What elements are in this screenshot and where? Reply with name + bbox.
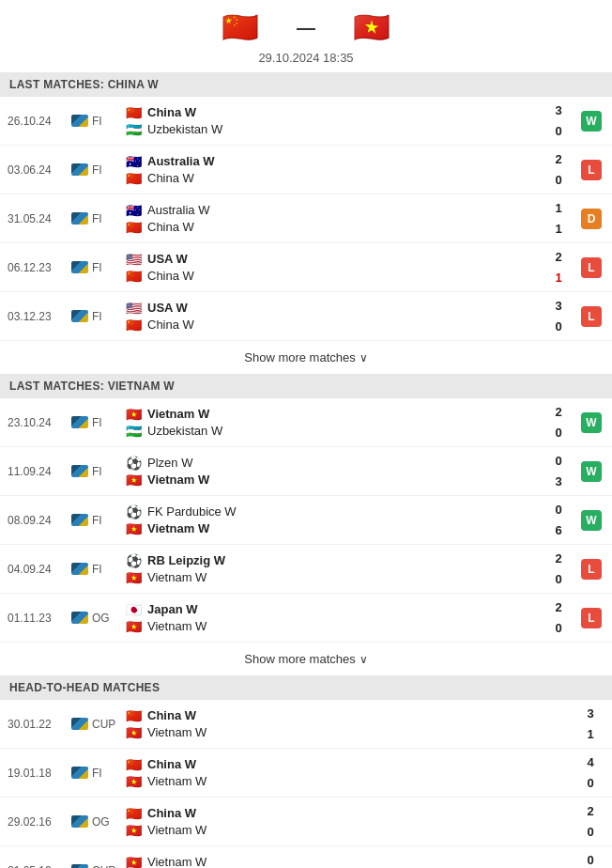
team-row: 🇨🇳China W (124, 708, 576, 723)
match-scores-col: 03 (544, 452, 573, 490)
match-type-col: FI (71, 310, 124, 323)
team-name: Uzbekistan W (147, 122, 222, 136)
match-block: 31.05.24FI🇦🇺Australia W🇨🇳China W11D (0, 194, 612, 243)
match-type-col: OG (71, 612, 124, 625)
score-value: 0 (555, 318, 561, 336)
result-badge: W (581, 111, 602, 132)
match-teams-col: 🇺🇸USA W🇨🇳China W (124, 301, 544, 333)
team-row: 🇻🇳Vietnam W (124, 407, 544, 422)
match-teams-col: 🇺🇸USA W🇨🇳China W (124, 252, 544, 284)
team-flag: 🇻🇳 (124, 619, 143, 634)
team-flag: ⚽ (124, 456, 143, 471)
score-value: 2 (555, 550, 561, 568)
match-scores-col: 20 (544, 550, 573, 588)
match-block: 11.09.24FI⚽Plzen W🇻🇳Vietnam W03W (0, 447, 612, 496)
team-name: Vietnam W (147, 855, 207, 868)
team-flag: 🇺🇸 (124, 301, 143, 316)
match-teams-col: 🇨🇳China W🇺🇿Uzbekistan W (124, 105, 544, 137)
match-date-col: 31.05.24 (8, 212, 71, 225)
result-badge-col: L (578, 257, 604, 278)
team-name: Vietnam W (147, 570, 207, 584)
match-type-col: FI (71, 212, 124, 225)
show-more-china[interactable]: Show more matches ∨ (0, 341, 612, 374)
score-value: 1 (587, 725, 593, 744)
match-block: 26.10.24FI🇨🇳China W🇺🇿Uzbekistan W30W (0, 97, 612, 146)
team-row: ⚽Plzen W (124, 456, 544, 471)
score-value: 0 (555, 122, 561, 141)
result-badge: W (581, 461, 602, 482)
score-value: 3 (555, 101, 561, 120)
team-flag: 🇨🇳 (124, 105, 143, 120)
match-type-col: FI (71, 416, 124, 429)
team-name: China W (147, 269, 194, 283)
match-scores-col: 21 (544, 248, 573, 287)
team-row: 🇻🇳Vietnam W (124, 823, 576, 838)
match-block: 21.05.10CUP🇻🇳Vietnam W🇨🇳China W05 (0, 846, 612, 868)
team-name: USA W (147, 301, 188, 315)
team-name: China W (147, 220, 194, 234)
match-teams-col: 🇯🇵Japan W🇻🇳Vietnam W (124, 602, 544, 634)
match-teams-col: 🇦🇺Australia W🇨🇳China W (124, 154, 544, 186)
match-date-col: 01.11.23 (8, 612, 71, 625)
match-date-col: 21.05.10 (8, 864, 71, 869)
result-badge-col: L (578, 306, 604, 327)
match-scores-col: 05 (576, 851, 604, 868)
chevron-down-icon-2: ∨ (360, 653, 368, 666)
team-flag: 🇨🇳 (124, 269, 143, 284)
score-value: 2 (555, 598, 561, 617)
match-teams-col: 🇦🇺Australia W🇨🇳China W (124, 203, 544, 235)
result-badge: W (581, 412, 602, 433)
match-scores-col: 30 (544, 101, 573, 140)
team-name: USA W (147, 252, 188, 266)
team-row: ⚽RB Leipzig W (124, 553, 544, 568)
match-block: 08.09.24FI⚽FK Pardubice W🇻🇳Vietnam W06W (0, 496, 612, 545)
team-flag: 🇦🇺 (124, 154, 143, 169)
match-teams-col: 🇨🇳China W🇻🇳Vietnam W (124, 757, 576, 789)
result-badge-col: L (578, 160, 604, 180)
match-scores-col: 20 (544, 150, 573, 189)
team-row: ⚽FK Pardubice W (124, 504, 544, 519)
header: 🇨🇳 — 🇻🇳 29.10.2024 18:35 (0, 0, 612, 72)
team-name: Australia W (147, 203, 209, 217)
team-row: 🇺🇿Uzbekistan W (124, 122, 544, 137)
match-block: 30.01.22CUP🇨🇳China W🇻🇳Vietnam W31 (0, 700, 612, 749)
match-type-col: FI (71, 465, 124, 478)
team-row: 🇯🇵Japan W (124, 602, 544, 617)
team-row: 🇻🇳Vietnam W (124, 725, 576, 740)
team-row: 🇨🇳China W (124, 806, 576, 821)
team-row: 🇺🇿Uzbekistan W (124, 424, 544, 439)
score-value: 0 (555, 171, 561, 190)
score-value: 1 (555, 199, 561, 218)
match-teams-col: 🇻🇳Vietnam W🇺🇿Uzbekistan W (124, 407, 544, 439)
team-row: 🇦🇺Australia W (124, 154, 544, 169)
show-more-vietnam[interactable]: Show more matches ∨ (0, 643, 612, 675)
team-name: Vietnam W (147, 823, 207, 837)
section-vietnam-last-matches: LAST MATCHES: VIETNAM W (0, 374, 612, 398)
match-type-col: OG (71, 815, 124, 829)
match-teams-col: ⚽RB Leipzig W🇻🇳Vietnam W (124, 553, 544, 585)
team-name: China W (147, 105, 196, 119)
score-value: 0 (555, 452, 561, 471)
team-flag: 🇨🇳 (124, 171, 143, 186)
match-scores-col: 31 (576, 705, 604, 743)
vietnam-matches-list: 23.10.24FI🇻🇳Vietnam W🇺🇿Uzbekistan W20W11… (0, 398, 612, 643)
team-name: China W (147, 708, 196, 722)
team-name: RB Leipzig W (147, 553, 225, 567)
team-name: Uzbekistan W (147, 424, 222, 438)
match-date-col: 29.02.16 (8, 815, 71, 829)
result-badge-col: L (578, 608, 604, 628)
china-flag: 🇨🇳 (222, 9, 259, 45)
team-name: Vietnam W (147, 521, 209, 535)
team-flag: 🇻🇳 (124, 570, 143, 585)
team-row: 🇻🇳Vietnam W (124, 855, 576, 869)
score-value: 1 (555, 220, 561, 239)
match-type-col: FI (71, 163, 124, 177)
match-date-col: 03.12.23 (8, 310, 71, 323)
team-row: 🇻🇳Vietnam W (124, 774, 576, 789)
match-block: 29.02.16OG🇨🇳China W🇻🇳Vietnam W20 (0, 798, 612, 846)
match-block: 06.12.23FI🇺🇸USA W🇨🇳China W21L (0, 243, 612, 292)
match-date-col: 30.01.22 (8, 718, 71, 731)
team-flag: 🇯🇵 (124, 602, 143, 617)
team-row: 🇻🇳Vietnam W (124, 619, 544, 634)
match-scores-col: 30 (544, 297, 573, 335)
